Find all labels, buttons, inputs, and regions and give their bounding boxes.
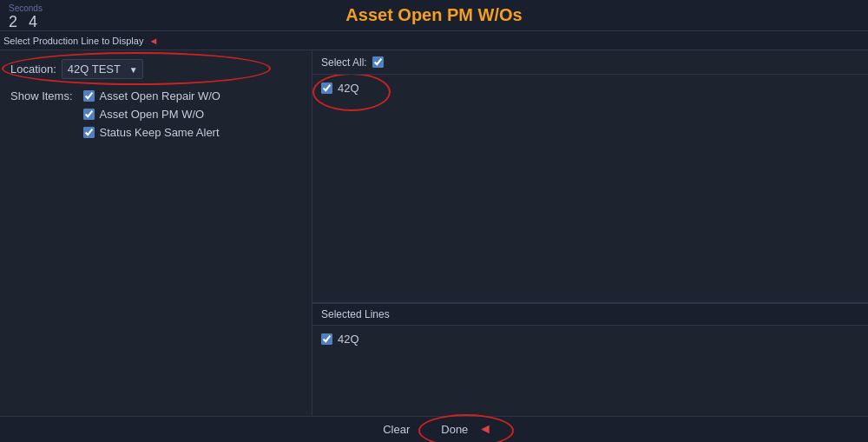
location-row: Location: 42Q TEST	[10, 59, 143, 79]
location-label: Location:	[10, 63, 56, 76]
checkbox-item-status[interactable]: Status Keep Same Alert	[83, 126, 220, 139]
done-button[interactable]: Done	[434, 421, 475, 438]
line-checkbox-42q[interactable]	[321, 82, 332, 94]
sub-header-arrow-icon: ◄	[148, 36, 158, 46]
timer-container: Seconds 2 4	[9, 3, 43, 31]
checkbox-repair-label: Asset Open Repair W/O	[100, 89, 220, 102]
select-all-row: Select All:	[312, 50, 868, 75]
right-bottom-section: Selected Lines 42Q	[312, 303, 868, 416]
timer-value: 2 4	[9, 13, 43, 31]
show-items-label: Show Items:	[10, 89, 73, 102]
select-all-checkbox[interactable]	[372, 56, 384, 68]
available-lines: 42Q	[312, 75, 868, 303]
available-line-42q-wrapper: 42Q	[321, 80, 359, 96]
line-label-42q: 42Q	[338, 82, 359, 95]
sub-header: Select Production Line to Display ◄	[0, 31, 868, 50]
checkbox-item-repair[interactable]: Asset Open Repair W/O	[83, 89, 220, 102]
selected-lines-body: 42Q	[312, 326, 868, 412]
selected-line-checkbox-42q[interactable]	[321, 333, 332, 345]
main-content: Location: 42Q TEST Show Items: Asset Ope…	[0, 50, 868, 416]
left-panel: Location: 42Q TEST Show Items: Asset Ope…	[0, 50, 312, 416]
show-items-list: Asset Open Repair W/O Asset Open PM W/O …	[83, 89, 220, 139]
selected-line-label-42q: 42Q	[338, 333, 359, 346]
sub-header-title: Select Production Line to Display	[3, 36, 143, 46]
page-title: Asset Open PM W/Os	[345, 5, 522, 25]
show-items-section: Show Items: Asset Open Repair W/O Asset …	[10, 89, 301, 139]
checkbox-pm-label: Asset Open PM W/O	[100, 108, 205, 121]
checkbox-status-label: Status Keep Same Alert	[100, 126, 220, 139]
selected-lines-header: Selected Lines	[312, 304, 868, 326]
selected-line-item-42q[interactable]: 42Q	[321, 331, 859, 347]
right-top-section: Select All: 42Q	[312, 50, 868, 303]
right-panel: Select All: 42Q Selected Lines	[312, 50, 868, 416]
checkbox-pm[interactable]	[83, 109, 95, 120]
checkbox-status[interactable]	[83, 127, 95, 138]
done-wrapper: Done ◄	[434, 421, 492, 438]
header: Seconds 2 4 Asset Open PM W/Os	[0, 0, 868, 31]
location-select-wrapper: 42Q TEST	[62, 59, 143, 79]
clear-button[interactable]: Clear	[376, 421, 417, 438]
location-select[interactable]: 42Q TEST	[62, 59, 143, 79]
done-arrow-icon: ◄	[478, 421, 492, 436]
checkbox-item-pm[interactable]: Asset Open PM W/O	[83, 108, 220, 121]
seconds-label: Seconds	[9, 3, 43, 13]
footer: Clear Done ◄	[0, 416, 868, 442]
line-item-42q[interactable]: 42Q	[321, 80, 359, 96]
select-all-label: Select All:	[321, 56, 367, 69]
checkbox-repair[interactable]	[83, 90, 95, 102]
